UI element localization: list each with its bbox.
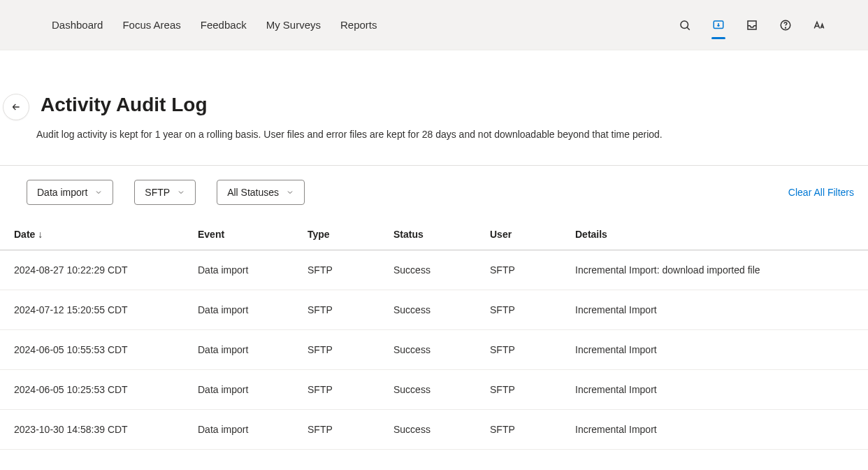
filters-row: Data import SFTP All Statuses Clear All …: [0, 166, 868, 219]
cell-status: Success: [386, 250, 483, 290]
cell-date: 2024-06-05 10:25:53 CDT: [0, 370, 191, 410]
details-text: Incremental Import: [575, 424, 657, 435]
cell-details: Incremental Import: [568, 290, 868, 330]
search-icon[interactable]: [678, 18, 692, 32]
table-header-row: Date↓ Event Type Status User Details: [0, 219, 868, 250]
col-header-user[interactable]: User: [483, 219, 568, 250]
col-header-type[interactable]: Type: [301, 219, 386, 250]
nav-focus-areas[interactable]: Focus Areas: [122, 19, 180, 31]
col-header-status[interactable]: Status: [386, 219, 483, 250]
table-row: 2024-08-27 10:22:29 CDT Data import SFTP…: [0, 250, 868, 290]
page-subtitle: Audit log activity is kept for 1 year on…: [36, 129, 840, 140]
filter-status-label: All Statuses: [227, 187, 279, 198]
download-imported-file-link[interactable]: download imported file: [663, 264, 760, 276]
chevron-down-icon: [94, 188, 103, 197]
audit-log-table: Date↓ Event Type Status User Details 202…: [0, 219, 868, 450]
cell-event: Data import: [191, 290, 301, 330]
table-row: 2024-07-12 15:20:55 CDT Data import SFTP…: [0, 290, 868, 330]
cell-event: Data import: [191, 250, 301, 290]
cell-date: 2024-07-12 15:20:55 CDT: [0, 290, 191, 330]
table-row: 2023-10-30 14:58:39 CDT Data import SFTP…: [0, 410, 868, 450]
page-wrap: Activity Audit Log Audit log activity is…: [0, 50, 868, 450]
nav-feedback[interactable]: Feedback: [201, 19, 247, 31]
nav-dashboard[interactable]: Dashboard: [52, 19, 103, 31]
svg-line-1: [687, 27, 690, 30]
cell-date: 2024-06-05 10:55:53 CDT: [0, 330, 191, 370]
sort-arrow-down-icon: ↓: [35, 229, 43, 240]
filter-event-label: Data import: [37, 187, 87, 198]
svg-point-4: [786, 27, 786, 28]
chevron-down-icon: [286, 188, 294, 197]
cell-status: Success: [386, 290, 483, 330]
details-text: Incremental Import: [575, 304, 657, 315]
col-header-date-label: Date: [14, 229, 35, 240]
cell-details: Incremental Import: [568, 370, 868, 410]
cell-user: SFTP: [483, 250, 568, 290]
topbar-actions: [678, 18, 854, 32]
cell-details: Incremental Import: download imported fi…: [568, 250, 868, 290]
page-title: Activity Audit Log: [41, 94, 840, 116]
arrow-left-icon: [10, 101, 22, 113]
cell-event: Data import: [191, 370, 301, 410]
details-text: Incremental Import: [575, 344, 657, 355]
inbox-icon[interactable]: [745, 18, 759, 32]
cell-user: SFTP: [483, 290, 568, 330]
back-button[interactable]: [3, 94, 29, 120]
filter-type-label: SFTP: [145, 187, 170, 198]
filter-type[interactable]: SFTP: [134, 180, 196, 205]
import-icon[interactable]: [711, 18, 725, 32]
font-size-icon[interactable]: [812, 18, 826, 32]
chevron-down-icon: [177, 188, 185, 197]
cell-event: Data import: [191, 330, 301, 370]
nav-my-surveys[interactable]: My Surveys: [266, 19, 321, 31]
nav-reports[interactable]: Reports: [340, 19, 377, 31]
cell-type: SFTP: [301, 370, 386, 410]
table-row: 2024-06-05 10:25:53 CDT Data import SFTP…: [0, 370, 868, 410]
cell-type: SFTP: [301, 410, 386, 450]
cell-details: Incremental Import: [568, 410, 868, 450]
cell-details: Incremental Import: [568, 330, 868, 370]
help-icon[interactable]: [779, 18, 793, 32]
cell-type: SFTP: [301, 250, 386, 290]
col-header-details[interactable]: Details: [568, 219, 868, 250]
topbar: Dashboard Focus Areas Feedback My Survey…: [0, 0, 868, 50]
cell-status: Success: [386, 410, 483, 450]
cell-status: Success: [386, 330, 483, 370]
col-header-date[interactable]: Date↓: [0, 219, 191, 250]
cell-type: SFTP: [301, 330, 386, 370]
table-row: 2024-06-05 10:55:53 CDT Data import SFTP…: [0, 330, 868, 370]
svg-point-0: [681, 21, 688, 29]
col-header-event[interactable]: Event: [191, 219, 301, 250]
filter-event[interactable]: Data import: [27, 180, 113, 205]
cell-user: SFTP: [483, 330, 568, 370]
cell-status: Success: [386, 370, 483, 410]
cell-event: Data import: [191, 410, 301, 450]
details-text: Incremental Import: [575, 384, 657, 395]
filter-status[interactable]: All Statuses: [217, 180, 305, 205]
primary-nav: Dashboard Focus Areas Feedback My Survey…: [52, 19, 377, 31]
cell-date: 2023-10-30 14:58:39 CDT: [0, 410, 191, 450]
details-text: Incremental Import:: [575, 264, 663, 276]
cell-user: SFTP: [483, 370, 568, 410]
cell-user: SFTP: [483, 410, 568, 450]
clear-all-filters-link[interactable]: Clear All Filters: [788, 187, 854, 198]
cell-type: SFTP: [301, 290, 386, 330]
page-header: Activity Audit Log Audit log activity is…: [0, 50, 868, 166]
cell-date: 2024-08-27 10:22:29 CDT: [0, 250, 191, 290]
